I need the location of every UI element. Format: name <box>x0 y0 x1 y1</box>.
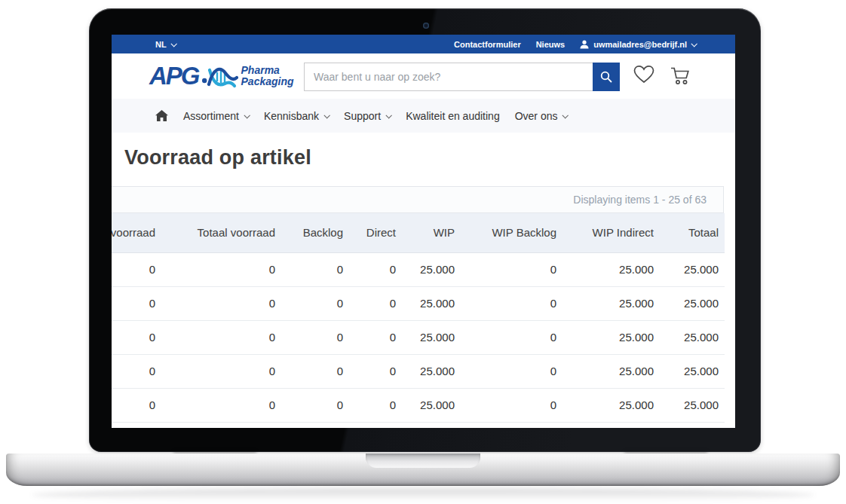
site-header: APG Pharma Packaging <box>112 53 735 99</box>
chevron-down-icon <box>562 112 569 118</box>
main-nav: Assortiment Kennisbank Support Kwaliteit… <box>112 99 735 133</box>
table-cell: 25.000 <box>562 252 660 286</box>
table-row: 000025.000025.00025.000 <box>112 286 725 320</box>
chevron-down-icon <box>324 112 330 118</box>
table-cell: 0 <box>161 354 281 388</box>
account-email-label: uwmailadres@bedrijf.nl <box>593 40 687 49</box>
chevron-down-icon <box>386 112 392 118</box>
table-cell: 0 <box>112 252 161 286</box>
logo-tagline-line1: Pharma <box>241 64 280 76</box>
table-cell: 0 <box>112 388 161 422</box>
table-cell: 0 <box>349 286 402 320</box>
table-cell: 0 <box>281 354 349 388</box>
table-row: 000025.000025.00025.000 <box>112 252 725 286</box>
pagination-status: Displaying items 1 - 25 of 63 <box>112 187 723 213</box>
table-cell: 25.000 <box>660 320 725 354</box>
logo-tagline: Pharma Packaging <box>241 65 294 87</box>
nav-item-label: Over ons <box>515 110 558 122</box>
stock-table: voorraadTotaal voorraadBacklogDirectWIPW… <box>112 213 725 423</box>
table-row: 000025.000025.00025.000 <box>112 354 725 388</box>
table-cell: 0 <box>281 286 349 320</box>
table-cell: 0 <box>112 320 161 354</box>
top-utility-bar: NL Contactformulier Nieuws uwmailadres@b… <box>112 35 735 53</box>
table-cell: 25.000 <box>402 388 461 422</box>
page-content: Voorraad op artikel Displaying items 1 -… <box>112 133 735 428</box>
nav-item-label: Kennisbank <box>264 110 319 122</box>
nav-item-kwaliteit-en-auditing[interactable]: Kwaliteit en auditing <box>406 110 500 122</box>
search-bar <box>304 63 620 91</box>
table-cell: 25.000 <box>402 252 461 286</box>
nav-item-kennisbank[interactable]: Kennisbank <box>264 110 329 122</box>
chevron-down-icon <box>244 112 250 118</box>
table-cell: 25.000 <box>562 286 660 320</box>
company-logo[interactable]: APG Pharma Packaging <box>149 60 294 90</box>
contact-link[interactable]: Contactformulier <box>454 40 521 49</box>
news-link[interactable]: Nieuws <box>536 40 566 49</box>
laptop-notch <box>366 454 480 468</box>
search-input[interactable] <box>304 63 620 91</box>
cart-icon <box>669 66 691 86</box>
table-cell: 0 <box>112 286 161 320</box>
home-icon <box>155 110 168 121</box>
table-cell: 25.000 <box>562 320 660 354</box>
website: NL Contactformulier Nieuws uwmailadres@b… <box>112 35 735 428</box>
table-header-row: voorraadTotaal voorraadBacklogDirectWIPW… <box>112 213 725 252</box>
cart-button[interactable] <box>669 66 691 88</box>
table-cell: 0 <box>461 252 562 286</box>
nav-item-support[interactable]: Support <box>344 110 391 122</box>
column-header: voorraad <box>112 213 161 252</box>
column-header: Totaal <box>660 213 725 252</box>
page-title: Voorraad op artikel <box>124 146 311 170</box>
laptop-reflection <box>32 488 814 502</box>
table-cell: 25.000 <box>562 354 660 388</box>
table-cell: 0 <box>349 354 402 388</box>
dna-helix-icon <box>202 63 238 90</box>
table-row: 000025.000025.00025.000 <box>112 320 725 354</box>
table-cell: 0 <box>349 388 402 422</box>
logo-tagline-line2: Packaging <box>241 75 294 87</box>
table-cell: 0 <box>461 320 562 354</box>
webcam-icon <box>423 23 429 29</box>
table-cell: 25.000 <box>660 388 725 422</box>
nav-item-assortiment[interactable]: Assortiment <box>183 110 249 122</box>
table-cell: 25.000 <box>660 354 725 388</box>
search-button[interactable] <box>593 63 620 91</box>
table-cell: 0 <box>112 354 161 388</box>
table-cell: 0 <box>461 388 562 422</box>
language-selector[interactable]: NL <box>155 40 176 49</box>
table-body: 000025.000025.00025.000000025.000025.000… <box>112 252 725 422</box>
main-nav-items: Assortiment Kennisbank Support Kwaliteit… <box>183 110 567 122</box>
table-cell: 25.000 <box>402 320 461 354</box>
logo-text: APG <box>149 63 199 88</box>
column-header: WIP <box>402 213 461 252</box>
wishlist-button[interactable] <box>633 65 654 87</box>
language-label: NL <box>155 40 167 49</box>
table-cell: 0 <box>281 388 349 422</box>
nav-item-label: Assortiment <box>183 110 239 122</box>
table-cell: 0 <box>161 388 281 422</box>
table-row: 000025.000025.00025.000 <box>112 388 725 422</box>
chevron-down-icon <box>691 41 697 47</box>
table-cell: 25.000 <box>562 388 660 422</box>
table-cell: 0 <box>161 320 281 354</box>
laptop-base <box>6 454 840 486</box>
heart-icon <box>633 65 654 84</box>
topbar-links: Contactformulier Nieuws uwmailadres@bedr… <box>454 40 735 49</box>
nav-item-over-ons[interactable]: Over ons <box>515 110 568 122</box>
table-cell: 25.000 <box>402 354 461 388</box>
table-cell: 0 <box>161 252 281 286</box>
column-header: WIP Backlog <box>461 213 562 252</box>
nav-item-label: Kwaliteit en auditing <box>406 110 500 122</box>
table-cell: 0 <box>281 320 349 354</box>
table-cell: 0 <box>281 252 349 286</box>
nav-item-home[interactable] <box>155 110 168 121</box>
account-menu[interactable]: uwmailadres@bedrijf.nl <box>580 40 696 49</box>
laptop-display: NL Contactformulier Nieuws uwmailadres@b… <box>112 35 735 428</box>
chevron-down-icon <box>170 41 176 47</box>
table-cell: 0 <box>461 354 562 388</box>
column-header: Totaal voorraad <box>161 213 281 252</box>
table-cell: 25.000 <box>660 286 725 320</box>
column-header: Direct <box>349 213 402 252</box>
search-icon <box>600 71 612 83</box>
nav-item-label: Support <box>344 110 381 122</box>
